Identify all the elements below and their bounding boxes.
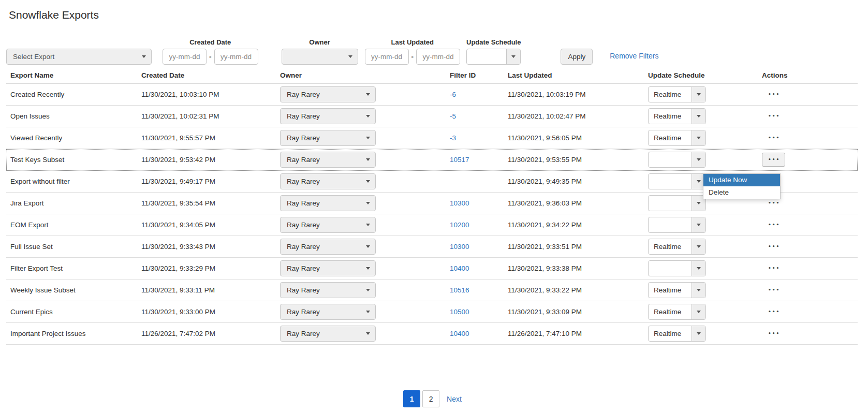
row-actions-button-active[interactable]: ••• [762, 153, 785, 167]
chevron-down-icon[interactable] [692, 326, 705, 341]
page-button-2[interactable]: 2 [422, 390, 439, 407]
chevron-down-icon[interactable] [506, 49, 520, 64]
select-export-placeholder: Select Export [13, 53, 54, 61]
filter-bar: Select Export Created Date - Owner Last … [6, 38, 858, 65]
filter-id-link[interactable]: 10200 [450, 221, 469, 229]
owner-select[interactable]: Ray Rarey [280, 152, 376, 168]
export-name: Filter Export Test [6, 264, 141, 272]
update-schedule-select[interactable]: Realtime [648, 282, 706, 298]
filter-id-link[interactable]: 10400 [450, 330, 469, 337]
owner-select[interactable]: Ray Rarey [280, 326, 376, 342]
update-schedule-value: Realtime [649, 130, 692, 145]
update-schedule-select[interactable] [648, 195, 706, 211]
row-actions-button[interactable]: ••• [762, 240, 785, 254]
filter-id-link[interactable]: 10517 [450, 156, 469, 164]
filter-id-link[interactable]: -3 [450, 134, 456, 142]
update-schedule-value [649, 174, 692, 189]
owner-select-value: Ray Rarey [287, 112, 320, 120]
created-date-filter-label: Created Date [189, 38, 231, 46]
update-schedule-value [649, 152, 692, 167]
created-date: 11/30/2021, 9:33:00 PM [141, 308, 280, 316]
owner-filter-dropdown[interactable] [282, 49, 358, 65]
row-actions-button[interactable]: ••• [762, 87, 785, 101]
filter-id-link[interactable]: 10500 [450, 308, 469, 316]
update-schedule-filter-value [467, 49, 506, 64]
header-actions: Actions [757, 71, 858, 79]
update-schedule-select[interactable] [648, 152, 706, 168]
apply-button[interactable]: Apply [561, 49, 593, 65]
next-page-link[interactable]: Next [447, 395, 462, 403]
row-actions-button[interactable]: ••• [762, 283, 785, 297]
chevron-down-icon[interactable] [692, 130, 705, 145]
menu-item-delete[interactable]: Delete [703, 186, 780, 199]
owner-select[interactable]: Ray Rarey [280, 282, 376, 298]
update-schedule-select[interactable] [648, 260, 706, 276]
owner-select[interactable]: Ray Rarey [280, 260, 376, 276]
chevron-down-icon[interactable] [692, 261, 705, 276]
chevron-down-icon[interactable] [692, 87, 705, 102]
chevron-down-icon[interactable] [692, 217, 705, 232]
pagination: 1 2 Next [6, 390, 858, 407]
update-schedule-select[interactable]: Realtime [648, 326, 706, 342]
chevron-down-icon[interactable] [692, 109, 705, 124]
table-row: Important Project Issues 11/26/2021, 7:4… [6, 323, 858, 345]
row-actions-button[interactable]: ••• [762, 305, 785, 319]
filter-id-link[interactable]: 10516 [450, 286, 469, 294]
header-created-date: Created Date [141, 71, 280, 79]
chevron-down-icon[interactable] [692, 304, 705, 319]
filter-id-link[interactable]: -6 [450, 91, 456, 98]
created-date: 11/30/2021, 9:53:42 PM [141, 156, 280, 164]
update-schedule-value [649, 261, 692, 276]
last-updated: 11/30/2021, 9:33:51 PM [508, 243, 648, 251]
chevron-down-icon [366, 202, 370, 204]
owner-select[interactable]: Ray Rarey [280, 173, 376, 189]
chevron-down-icon[interactable] [692, 283, 705, 298]
row-actions-button[interactable]: ••• [762, 327, 785, 341]
filter-id-link[interactable]: -5 [450, 112, 456, 120]
last-updated: 11/30/2021, 9:33:38 PM [508, 264, 648, 272]
remove-filters-link[interactable]: Remove Filters [610, 48, 658, 65]
created-date-to-input[interactable] [214, 49, 258, 65]
owner-select[interactable]: Ray Rarey [280, 304, 376, 320]
owner-select-value: Ray Rarey [287, 243, 320, 251]
filter-id-link[interactable]: 10400 [450, 264, 469, 272]
owner-select[interactable]: Ray Rarey [280, 108, 376, 124]
export-name: Viewed Recently [6, 134, 141, 142]
filter-id-link[interactable]: 10300 [450, 243, 469, 251]
update-schedule-select[interactable] [648, 217, 706, 233]
update-schedule-select[interactable]: Realtime [648, 130, 706, 146]
owner-select[interactable]: Ray Rarey [280, 239, 376, 255]
chevron-down-icon[interactable] [692, 239, 705, 254]
update-schedule-select[interactable]: Realtime [648, 239, 706, 255]
row-actions-button[interactable]: ••• [762, 261, 785, 275]
chevron-down-icon [366, 332, 370, 335]
page-button-1[interactable]: 1 [403, 390, 420, 407]
row-actions-button[interactable]: ••• [762, 218, 785, 232]
table-row: Filter Export Test 11/30/2021, 9:33:29 P… [6, 258, 858, 279]
owner-filter-label: Owner [309, 38, 330, 46]
update-schedule-select[interactable] [648, 173, 706, 189]
chevron-down-icon [366, 158, 370, 161]
last-updated-from-input[interactable] [365, 49, 409, 65]
update-schedule-select[interactable]: Realtime [648, 304, 706, 320]
chevron-down-icon[interactable] [692, 152, 705, 167]
chevron-down-icon [366, 224, 370, 226]
owner-select[interactable]: Ray Rarey [280, 217, 376, 233]
last-updated-to-input[interactable] [416, 49, 460, 65]
select-export-dropdown[interactable]: Select Export [6, 49, 152, 65]
row-actions-button[interactable]: ••• [762, 109, 785, 123]
owner-select[interactable]: Ray Rarey [280, 86, 376, 102]
update-schedule-select[interactable]: Realtime [648, 86, 706, 102]
update-schedule-value: Realtime [649, 239, 692, 254]
update-schedule-filter-dropdown[interactable] [466, 49, 521, 65]
owner-select[interactable]: Ray Rarey [280, 195, 376, 211]
snowflake-exports-page: Snowflake Exports Select Export Created … [0, 0, 868, 407]
update-schedule-select[interactable]: Realtime [648, 108, 706, 124]
last-updated: 11/30/2021, 10:03:19 PM [508, 91, 648, 98]
filter-id-link[interactable]: 10300 [450, 199, 469, 207]
chevron-down-icon [366, 137, 370, 139]
row-actions-button[interactable]: ••• [762, 131, 785, 145]
menu-item-update-now[interactable]: Update Now [703, 174, 780, 186]
created-date-from-input[interactable] [163, 49, 207, 65]
owner-select[interactable]: Ray Rarey [280, 130, 376, 146]
